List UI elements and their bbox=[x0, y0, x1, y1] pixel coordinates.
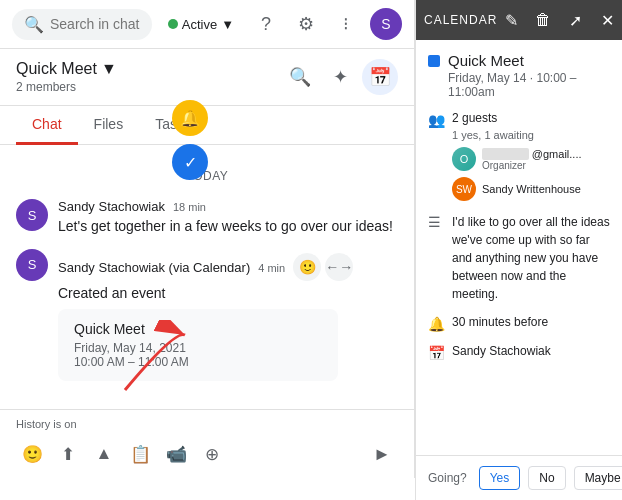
calendar-view-icon[interactable]: 📅 bbox=[362, 59, 398, 95]
guests-note: 1 yes, 1 awaiting bbox=[452, 129, 582, 141]
side-icons: 🔔 ✓ bbox=[172, 100, 208, 180]
rsvp-label: Going? bbox=[428, 471, 467, 485]
calendar-top-icons: ✎ 🗑 ➚ ✕ bbox=[497, 6, 621, 34]
status-label: Active bbox=[182, 17, 217, 32]
chat-title-area: Quick Meet ▼ 2 members bbox=[16, 60, 282, 94]
message-text: Let's get together in a few weeks to go … bbox=[58, 217, 398, 237]
rsvp-no-button[interactable]: No bbox=[528, 466, 565, 490]
close-icon[interactable]: ✕ bbox=[593, 6, 621, 34]
history-note: History is on bbox=[16, 418, 398, 430]
pin-icon[interactable]: ✦ bbox=[322, 59, 358, 95]
tab-files[interactable]: Files bbox=[78, 106, 140, 145]
calendar-label: CALENDAR bbox=[424, 13, 497, 27]
search-chat-icon[interactable]: 🔍 bbox=[282, 59, 318, 95]
status-badge[interactable]: Active ▼ bbox=[160, 13, 242, 36]
rsvp-bar: Going? Yes No Maybe ⌄ bbox=[416, 455, 622, 500]
red-arrow bbox=[115, 320, 195, 403]
notification-badge[interactable]: 🔔 bbox=[172, 100, 208, 136]
chat-members: 2 members bbox=[16, 80, 282, 94]
event-card-time: 10:00 AM – 11:00 AM bbox=[74, 355, 322, 369]
organizer-row: O ██████ @gmail.... Organizer bbox=[452, 147, 582, 171]
status-chevron: ▼ bbox=[221, 17, 234, 32]
calendar-detail: Quick Meet Friday, May 14 · 10:00 – 11:0… bbox=[416, 40, 622, 455]
sandy-name: Sandy Writtenhouse bbox=[482, 183, 582, 195]
description-icon: ☰ bbox=[428, 214, 444, 230]
rsvp-maybe-button[interactable]: Maybe bbox=[574, 466, 622, 490]
cal-guests-row: 👥 2 guests 1 yes, 1 awaiting O ██████ @g… bbox=[428, 111, 610, 201]
calendar-badge[interactable]: ✓ bbox=[172, 144, 208, 180]
send-icon[interactable]: ► bbox=[366, 438, 398, 470]
cal-event-title: Quick Meet bbox=[448, 52, 610, 69]
message-time: 18 min bbox=[173, 201, 206, 213]
event-card-date: Friday, May 14, 2021 bbox=[74, 341, 322, 355]
bottom-bar: History is on 🙂 ⬆ ▲ 📋 📹 ⊕ ► bbox=[0, 409, 414, 478]
cal-reminder-row: 🔔 30 minutes before bbox=[428, 315, 610, 332]
settings-icon[interactable]: ⚙ bbox=[290, 8, 322, 40]
cal-owner: Sandy Stachowiak bbox=[452, 344, 551, 358]
forward-icon[interactable]: ←→ bbox=[325, 253, 353, 281]
message-actions: 🙂 ←→ bbox=[293, 253, 353, 281]
edit-icon[interactable]: ✎ bbox=[497, 6, 525, 34]
chat-title[interactable]: Quick Meet ▼ bbox=[16, 60, 282, 78]
chat-header: Quick Meet ▼ 2 members 🔍 ✦ 📅 bbox=[0, 49, 414, 106]
messages-area: TODAY S Sandy Stachowiak 18 min Let's ge… bbox=[0, 145, 414, 409]
emoji-reaction-icon[interactable]: 🙂 bbox=[293, 253, 321, 281]
organizer-label: Organizer bbox=[482, 160, 582, 171]
reminder-icon: 🔔 bbox=[428, 316, 444, 332]
avatar: S bbox=[16, 199, 48, 231]
cal-owner-row: 📅 Sandy Stachowiak bbox=[428, 344, 610, 361]
message-text: Created an event bbox=[58, 284, 398, 304]
cal-description: I'd like to go over all the ideas we've … bbox=[452, 213, 610, 303]
sandy-avatar: SW bbox=[452, 177, 476, 201]
emoji-icon[interactable]: 🙂 bbox=[16, 438, 48, 470]
organizer-avatar: O bbox=[452, 147, 476, 171]
message-time: 4 min bbox=[258, 262, 285, 274]
cal-description-row: ☰ I'd like to go over all the ideas we'v… bbox=[428, 213, 610, 303]
apps-icon[interactable]: ⁝ bbox=[330, 8, 362, 40]
search-icon: 🔍 bbox=[24, 15, 44, 34]
calendar-top-bar: CALENDAR ✎ 🗑 ➚ ✕ bbox=[416, 0, 622, 40]
cal-event-header: Quick Meet Friday, May 14 · 10:00 – 11:0… bbox=[428, 52, 610, 99]
calendar-icon: 📅 bbox=[428, 345, 444, 361]
status-dot bbox=[168, 19, 178, 29]
input-toolbar: 🙂 ⬆ ▲ 📋 📹 ⊕ ► bbox=[16, 438, 398, 470]
cal-event-date: Friday, May 14 · 10:00 – 11:00am bbox=[448, 71, 610, 99]
rsvp-yes-button[interactable]: Yes bbox=[479, 466, 521, 490]
cal-reminder: 30 minutes before bbox=[452, 315, 548, 329]
message-content: Sandy Stachowiak 18 min Let's get togeth… bbox=[58, 199, 398, 237]
message-sender: Sandy Stachowiak bbox=[58, 199, 165, 214]
message-content: Sandy Stachowiak (via Calendar) 4 min 🙂 … bbox=[58, 249, 398, 382]
top-bar: 🔍 Active ▼ ? ⚙ ⁝ S bbox=[0, 0, 414, 49]
event-card-title: Quick Meet bbox=[74, 321, 322, 337]
right-panel: CALENDAR ✎ 🗑 ➚ ✕ Quick Meet Friday, May … bbox=[415, 0, 622, 500]
list-item: S Sandy Stachowiak (via Calendar) 4 min … bbox=[16, 249, 398, 382]
list-item: S Sandy Stachowiak 18 min Let's get toge… bbox=[16, 199, 398, 237]
message-meta: Sandy Stachowiak (via Calendar) 4 min 🙂 … bbox=[58, 249, 398, 281]
cal-color-dot bbox=[428, 55, 440, 67]
drive-icon[interactable]: ▲ bbox=[88, 438, 120, 470]
more-icon[interactable]: ⊕ bbox=[196, 438, 228, 470]
message-sender: Sandy Stachowiak (via Calendar) bbox=[58, 260, 250, 275]
upload-icon[interactable]: ⬆ bbox=[52, 438, 84, 470]
meet-icon[interactable]: 📹 bbox=[160, 438, 192, 470]
organizer-email: ██████ @gmail.... bbox=[482, 148, 582, 160]
sandy-row: SW Sandy Writtenhouse bbox=[452, 177, 582, 201]
tab-chat[interactable]: Chat bbox=[16, 106, 78, 145]
open-icon[interactable]: ➚ bbox=[561, 6, 589, 34]
chat-header-icons: 🔍 ✦ 📅 bbox=[282, 59, 398, 95]
message-meta: Sandy Stachowiak 18 min bbox=[58, 199, 398, 214]
event-card[interactable]: Quick Meet Friday, May 14, 2021 10:00 AM… bbox=[58, 309, 338, 381]
guests-count: 2 guests bbox=[452, 111, 582, 125]
search-input[interactable] bbox=[50, 16, 140, 32]
docs-icon[interactable]: 📋 bbox=[124, 438, 156, 470]
avatar: S bbox=[16, 249, 48, 281]
delete-icon[interactable]: 🗑 bbox=[529, 6, 557, 34]
search-box[interactable]: 🔍 bbox=[12, 9, 152, 40]
help-icon[interactable]: ? bbox=[250, 8, 282, 40]
user-avatar[interactable]: S bbox=[370, 8, 402, 40]
title-chevron: ▼ bbox=[101, 60, 117, 78]
guests-icon: 👥 bbox=[428, 112, 444, 128]
